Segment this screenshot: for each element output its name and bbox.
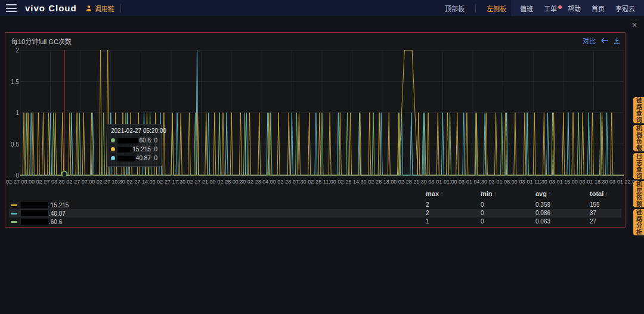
cell-max: 1 xyxy=(426,218,429,225)
toggle-divider xyxy=(475,4,476,13)
series-color-dot xyxy=(111,156,115,160)
series-color-dot xyxy=(111,147,115,151)
user-person-icon xyxy=(85,5,92,12)
side-tab-4[interactable]: 链路分析 xyxy=(633,209,644,235)
y-tick: 1 xyxy=(6,110,19,116)
side-tab-3[interactable]: 机房依赖 xyxy=(633,181,644,207)
tooltip-series-value: 60.6: 0 xyxy=(139,137,157,144)
notification-badge xyxy=(558,5,562,9)
sort-icon[interactable]: ↕ xyxy=(441,191,444,197)
cell-avg: 0.063 xyxy=(535,218,550,225)
column-label: total xyxy=(590,190,603,197)
cell-min: 0 xyxy=(481,210,484,216)
series-color-dash xyxy=(11,204,17,206)
compare-button[interactable]: 对比 xyxy=(583,36,596,45)
y-tick: 0 xyxy=(6,172,19,179)
column-header-avg[interactable]: avg↕ xyxy=(535,190,551,197)
gc-chart-panel: 每10分钟full GC次数 对比 21.510.50 02-27 00:000… xyxy=(5,32,626,228)
redacted-series-prefix xyxy=(21,202,48,208)
column-header-total[interactable]: total↕ xyxy=(590,190,608,197)
layout-toggle-top[interactable]: 顶部板 xyxy=(440,4,469,13)
topbar-menu-item-0[interactable]: 值班 xyxy=(515,4,538,13)
back-arrow-icon[interactable] xyxy=(601,38,608,43)
app-label: 调用链 xyxy=(95,4,114,13)
tooltip-series-row-1: 15.215: 0 xyxy=(111,145,157,154)
chart-tooltip: 2021-02-27 05:20:00 60.6: 015.215: 040.8… xyxy=(107,124,162,167)
cell-total: 155 xyxy=(590,201,600,208)
layout-toggle-left[interactable]: 左侧板 xyxy=(482,4,511,13)
y-tick: 1.5 xyxy=(6,78,19,85)
stats-table-header: max↕min↕avg↕total↕ xyxy=(9,190,621,200)
side-tab-1[interactable]: 机器负载 xyxy=(633,125,644,151)
redacted-series-prefix xyxy=(21,219,48,225)
topbar-menu-item-3[interactable]: 首页 xyxy=(586,4,610,13)
brand-logo: vivo Cloud xyxy=(25,3,77,13)
cell-max: 2 xyxy=(426,201,429,208)
panel-actions: 对比 xyxy=(583,36,620,45)
side-tab-2[interactable]: 日志查询 xyxy=(633,153,644,179)
redacted-series-prefix xyxy=(117,138,138,144)
topbar-menu-group: 值班工单帮助首页李冠云 xyxy=(511,0,644,16)
legend-row-60.6[interactable]: .60.6100.06327 xyxy=(9,217,621,226)
cell-avg: 0.359 xyxy=(535,201,550,208)
side-tab-0[interactable]: 链路查询 xyxy=(633,97,644,123)
cell-min: 0 xyxy=(481,201,484,208)
sort-icon[interactable]: ↕ xyxy=(549,191,552,197)
topbar-menu-item-2[interactable]: 帮助 xyxy=(562,4,586,13)
sort-icon[interactable]: ↕ xyxy=(605,191,608,197)
menu-hamburger-icon[interactable] xyxy=(6,4,17,12)
sort-icon[interactable]: ↕ xyxy=(494,191,497,197)
redacted-series-prefix xyxy=(117,156,135,161)
series-color-dot xyxy=(111,138,115,142)
tooltip-series-value: 40.87: 0 xyxy=(136,155,157,161)
series-name-suffix: .15.215 xyxy=(49,202,69,209)
legend-row-40.87[interactable]: .40.87200.08637 xyxy=(9,209,621,217)
cell-max: 2 xyxy=(426,210,429,216)
cell-min: 0 xyxy=(481,218,484,225)
tooltip-timestamp: 2021-02-27 05:20:00 xyxy=(111,128,157,134)
series-color-dash xyxy=(11,221,17,223)
topbar-divider xyxy=(120,4,121,13)
y-tick: 2 xyxy=(6,47,19,54)
column-label: min xyxy=(481,190,493,197)
legend-row-15.215[interactable]: .15.215200.359155 xyxy=(9,201,621,209)
cell-total: 37 xyxy=(590,210,596,216)
column-header-max[interactable]: max↕ xyxy=(426,190,444,197)
topbar-menu-item-4[interactable]: 李冠云 xyxy=(610,4,640,13)
redacted-series-prefix xyxy=(117,147,132,153)
series-name-suffix: .60.6 xyxy=(49,219,62,225)
top-nav-bar: vivo Cloud 调用链 顶部板 左侧板 值班工单帮助首页李冠云 xyxy=(0,0,644,16)
tooltip-series-row-2: 40.87: 0 xyxy=(111,154,157,163)
close-icon[interactable]: × xyxy=(630,20,639,30)
panel-title: 每10分钟full GC次数 xyxy=(11,36,72,46)
column-label: avg xyxy=(535,190,547,197)
series-color-dash xyxy=(11,213,17,214)
y-tick: 0.5 xyxy=(6,141,19,147)
cell-avg: 0.086 xyxy=(535,210,550,216)
tooltip-series-value: 15.215: 0 xyxy=(132,146,157,153)
series-name-suffix: .40.87 xyxy=(49,210,66,217)
topbar-menu-item-1[interactable]: 工单 xyxy=(538,4,562,13)
topbar-right: 顶部板 左侧板 值班工单帮助首页李冠云 xyxy=(440,0,644,16)
tooltip-series-row-0: 60.6: 0 xyxy=(111,136,157,145)
column-header-min[interactable]: min↕ xyxy=(481,190,497,197)
cell-total: 27 xyxy=(590,218,596,225)
download-icon[interactable] xyxy=(614,38,620,44)
redacted-series-prefix xyxy=(21,210,48,216)
column-label: max xyxy=(426,190,439,197)
